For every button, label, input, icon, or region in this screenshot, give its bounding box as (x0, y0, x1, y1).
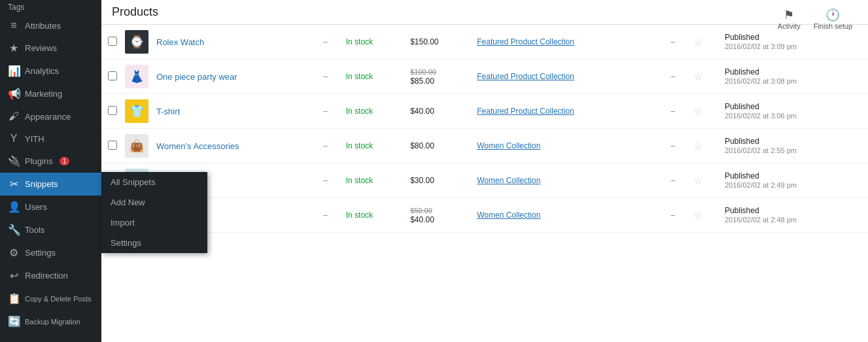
row-featured-cell: ☆ (689, 25, 721, 60)
product-date: 2016/02/02 at 3:09 pm (725, 43, 797, 50)
product-name[interactable]: One piece party wear (156, 72, 237, 82)
row-tags-cell: – (667, 198, 689, 233)
snippets-icon: ✂ (8, 178, 20, 190)
page-title: Products (112, 5, 158, 18)
sidebar-item-attributes[interactable]: ≡ Attributes (0, 14, 101, 37)
sidebar-label-appearance: Appearance (25, 112, 71, 122)
sidebar-item-marketing[interactable]: 📢 Marketing (0, 82, 101, 105)
row-featured-cell: ☆ (689, 198, 721, 233)
sidebar-label-analytics: Analytics (25, 66, 59, 76)
submenu-settings[interactable]: Settings (101, 233, 207, 253)
attributes-icon: ≡ (8, 20, 20, 31)
settings-icon: ⚙ (8, 247, 20, 259)
row-stock-cell: In stock (342, 198, 406, 233)
sidebar-label-reviews: Reviews (25, 43, 57, 53)
product-category[interactable]: Featured Product Collection (477, 72, 574, 81)
row-featured-cell: ☆ (689, 60, 721, 94)
sidebar-item-settings[interactable]: ⚙ Settings (0, 241, 101, 264)
row-checkbox[interactable] (108, 106, 117, 115)
plugins-badge: 1 (60, 157, 70, 165)
product-name[interactable]: T-shirt (156, 107, 180, 116)
stock-status: In stock (346, 107, 373, 116)
row-tags-cell: – (667, 60, 689, 94)
sidebar-item-plugins[interactable]: 🔌 Plugins 1 (0, 150, 101, 173)
row-stock-cell: In stock (342, 25, 406, 60)
sidebar-label-backup-migration: Backup Migration (25, 318, 80, 326)
product-category[interactable]: Featured Product Collection (477, 37, 574, 46)
sidebar-item-tools[interactable]: 🔧 Tools (0, 218, 101, 241)
table-row: 👕 T-shirt – In stock $40.00 Featured Pro… (101, 94, 868, 129)
finish-setup-button[interactable]: 🕐 Finish setup (808, 5, 858, 33)
product-status: Published (725, 67, 759, 77)
stock-status: In stock (346, 211, 373, 220)
featured-star[interactable]: ☆ (693, 106, 703, 117)
products-tbody: ⌚ Rolex Watch – In stock $150.00 Feature… (101, 25, 868, 233)
sidebar-item-redirection[interactable]: ↩ Redirection (0, 264, 101, 287)
featured-star[interactable]: ☆ (693, 71, 703, 82)
sidebar-item-reviews[interactable]: ★ Reviews (0, 37, 101, 60)
product-category[interactable]: Women Collection (477, 176, 540, 185)
product-name[interactable]: Rolex Watch (156, 37, 204, 47)
product-status: Published (725, 171, 759, 180)
sidebar-item-yith[interactable]: Y YITH (0, 128, 101, 150)
product-name[interactable]: Women's Accessories (156, 141, 239, 151)
featured-star[interactable]: ☆ (693, 37, 703, 48)
activity-button[interactable]: ⚑ Activity (773, 5, 806, 33)
product-thumbnail: ⌚ (125, 30, 148, 54)
sidebar-label-redirection: Redirection (25, 271, 68, 281)
row-dash1-cell: – (319, 129, 341, 163)
row-dash1-cell: – (319, 94, 341, 129)
table-row: 🧥 Causal Wear – In stock $50.00$40.00 Wo… (101, 198, 868, 233)
featured-star[interactable]: ☆ (693, 210, 703, 221)
table-row: ⌚ Rolex Watch – In stock $150.00 Feature… (101, 25, 868, 60)
row-price-cell: $80.00 (406, 129, 473, 163)
product-category[interactable]: Featured Product Collection (477, 107, 574, 116)
product-category[interactable]: Women Collection (477, 141, 540, 150)
product-thumbnail: 👜 (125, 134, 148, 158)
sidebar-label-plugins: Plugins (25, 156, 53, 166)
sidebar-label-snippets: Snippets (25, 179, 58, 189)
submenu-import[interactable]: Import (101, 213, 207, 233)
featured-star[interactable]: ☆ (693, 141, 703, 152)
product-status: Published (725, 33, 759, 42)
row-checkbox-cell (101, 129, 121, 163)
products-table-wrapper: ⌚ Rolex Watch – In stock $150.00 Feature… (101, 25, 868, 338)
tools-icon: 🔧 (8, 224, 20, 236)
row-dash1-cell: – (319, 163, 341, 198)
row-status-cell: Published 2016/02/02 at 2:48 pm (721, 198, 868, 233)
row-featured-cell: ☆ (689, 129, 721, 163)
submenu-all-snippets[interactable]: All Snippets (101, 172, 207, 192)
row-category-cell: Featured Product Collection (473, 94, 667, 129)
row-dash1-cell: – (319, 60, 341, 94)
row-thumb-cell: ⌚ (121, 25, 152, 60)
sidebar-item-backup-migration[interactable]: 🔄 Backup Migration (0, 310, 101, 333)
table-row: 👟 Converse – In stock $30.00 Women Colle… (101, 163, 868, 198)
activity-label: Activity (778, 22, 801, 30)
top-bar: ⚑ Activity 🕐 Finish setup (762, 0, 868, 38)
product-date: 2016/02/02 at 3:08 pm (725, 77, 797, 85)
sidebar-label-marketing: Marketing (25, 89, 62, 99)
page-header: Products (101, 0, 868, 25)
sidebar-item-users[interactable]: 👤 Users (0, 196, 101, 218)
row-checkbox[interactable] (108, 141, 117, 150)
row-checkbox[interactable] (108, 71, 117, 80)
table-row: 👜 Women's Accessories – In stock $80.00 … (101, 129, 868, 163)
sidebar-item-analytics[interactable]: 📊 Analytics (0, 60, 101, 82)
product-thumbnail: 👕 (125, 99, 148, 123)
row-checkbox[interactable] (108, 37, 117, 46)
sidebar-item-copy-delete[interactable]: 📋 Copy & Delete Posts (0, 287, 101, 310)
product-category[interactable]: Women Collection (477, 211, 540, 220)
row-tags-cell: – (667, 163, 689, 198)
stock-status: In stock (346, 141, 373, 150)
row-status-cell: Published 2016/02/02 at 3:06 pm (721, 94, 868, 129)
sidebar-item-appearance[interactable]: 🖌 Appearance (0, 105, 101, 128)
row-price-cell: $100.00$85.00 (406, 60, 473, 94)
featured-star[interactable]: ☆ (693, 175, 703, 186)
row-price-cell: $40.00 (406, 94, 473, 129)
sidebar-item-snippets[interactable]: ✂ Snippets (0, 173, 101, 196)
row-status-cell: Published 2016/02/02 at 3:08 pm (721, 60, 868, 94)
submenu-add-new[interactable]: Add New (101, 192, 207, 213)
stock-status: In stock (346, 37, 373, 46)
analytics-icon: 📊 (8, 65, 20, 77)
row-thumb-cell: 👗 (121, 60, 152, 94)
